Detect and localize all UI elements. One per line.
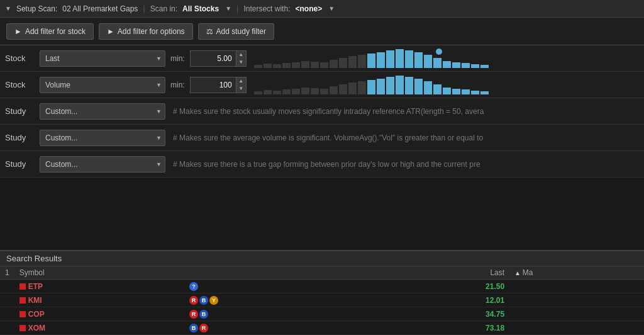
ma-cell: [509, 321, 644, 335]
spinner-down-2[interactable]: ▼: [236, 85, 246, 93]
intersect-label: Intersect with:: [243, 4, 290, 13]
symbol-text: KMI: [28, 296, 42, 305]
symbol-cell[interactable]: ETP: [14, 280, 184, 293]
symbol-text: COP: [28, 310, 45, 319]
row-num: [0, 280, 14, 293]
ma-label: Ma: [523, 268, 533, 277]
add-study-filter-button[interactable]: ⚖ Add study filter: [198, 23, 274, 40]
setup-label: Setup Scan:: [16, 4, 57, 13]
study-comment-3: # Makes sure there is a true gap forming…: [173, 160, 639, 169]
filter-row-study-2: Study Custom... # Makes sure the average…: [0, 125, 644, 151]
spinner-down-1[interactable]: ▼: [236, 59, 246, 66]
range-visual-2: [254, 74, 639, 96]
range-visual-1: [254, 47, 639, 70]
intersect-value[interactable]: <none>: [295, 4, 322, 13]
table-row[interactable]: KMIRBY12.01: [0, 293, 644, 307]
chevron-down-icon[interactable]: ▼: [5, 5, 11, 12]
spinner-1: ▲ ▼: [236, 51, 246, 66]
study-icon: ⚖: [206, 27, 213, 36]
separator2: |: [236, 4, 238, 13]
table-row[interactable]: COPRB34.75: [0, 307, 644, 321]
separator1: |: [143, 4, 145, 13]
filter-type-1: Stock: [5, 54, 40, 63]
filter-select-wrapper-2: Volume: [40, 77, 165, 93]
filter-section: Stock Last min: ▲ ▼ Stock Vol: [0, 45, 644, 178]
col-spacer: [184, 266, 373, 280]
red-badge[interactable]: R: [199, 324, 208, 332]
red-indicator: [19, 283, 26, 290]
filter-select-wrapper-1: Last: [40, 50, 165, 67]
search-results: Search Results 1 Symbol Last ▲ Ma: [0, 250, 644, 335]
filter-type-4: Study: [5, 133, 40, 142]
col-ma[interactable]: ▲ Ma: [509, 266, 644, 280]
filter-row-stock-1: Stock Last min: ▲ ▼: [0, 45, 644, 72]
filter-input-wrapper-1: ▲ ▼: [190, 50, 247, 67]
badges-cell: RB: [184, 307, 373, 321]
add-options-filter-label: Add filter for options: [118, 27, 185, 36]
blue-badge[interactable]: B: [199, 310, 208, 319]
row-num: [0, 307, 14, 321]
last-price: 12.01: [373, 293, 509, 307]
ma-cell: [509, 293, 644, 307]
add-stock-filter-button[interactable]: ► Add filter for stock: [6, 23, 94, 40]
symbol-text: XOM: [28, 324, 45, 332]
study-comment-2: # Makes sure the average volume is signi…: [173, 133, 639, 142]
search-results-title: Search Results: [6, 254, 62, 263]
results-table: 1 Symbol Last ▲ Ma ETP?21.50KMIRBY12.01C…: [0, 266, 644, 335]
add-stock-filter-label: Add filter for stock: [25, 27, 86, 36]
red-indicator: [19, 325, 26, 331]
filter-select-wrapper-5: Custom...: [40, 156, 165, 173]
red-badge[interactable]: R: [189, 296, 198, 305]
filter-icon: ►: [14, 27, 22, 36]
row-num: [0, 293, 14, 307]
filter-field-select-4[interactable]: Custom...: [40, 130, 165, 146]
filter-field-select-1[interactable]: Last: [40, 50, 165, 67]
blue-badge[interactable]: B: [199, 296, 208, 305]
filter-field-select-3[interactable]: Custom...: [40, 103, 165, 120]
last-price: 34.75: [373, 307, 509, 321]
filter-min-label-2: min:: [170, 81, 185, 89]
filter-type-3: Study: [5, 106, 40, 116]
row-num: [0, 321, 14, 335]
q-badge[interactable]: ?: [189, 282, 198, 291]
symbol-cell[interactable]: KMI: [14, 293, 184, 307]
badges-cell: ?: [184, 280, 373, 293]
filter-row-study-1: Study Custom... # Makes sure the stock u…: [0, 98, 644, 125]
filter-field-select-2[interactable]: Volume: [40, 77, 165, 93]
col-symbol[interactable]: Symbol: [14, 266, 184, 280]
badges-cell: RBY: [184, 293, 373, 307]
last-price: 73.18: [373, 321, 509, 335]
intersect-arrow[interactable]: ▼: [328, 5, 335, 12]
filter-type-5: Study: [5, 159, 40, 169]
filter-input-wrapper-2: ▲ ▼: [190, 77, 247, 93]
options-icon: ►: [107, 27, 114, 36]
scan-arrow[interactable]: ▼: [225, 5, 231, 12]
search-results-header: Search Results: [0, 251, 644, 266]
spinner-up-1[interactable]: ▲: [236, 51, 246, 59]
study-comment-1: # Makes sure the stock usually moves sig…: [173, 107, 639, 116]
red-indicator: [19, 311, 26, 317]
ma-cell: [509, 280, 644, 293]
blue-badge[interactable]: B: [189, 324, 198, 332]
add-options-filter-button[interactable]: ► Add filter for options: [99, 23, 193, 40]
symbol-text: ETP: [28, 282, 43, 291]
table-row[interactable]: XOMBR73.18: [0, 321, 644, 335]
yellow-badge[interactable]: Y: [209, 296, 218, 305]
scan-label: Scan in:: [150, 4, 177, 13]
badges-cell: BR: [184, 321, 373, 335]
filter-field-select-5[interactable]: Custom...: [40, 156, 165, 173]
spinner-up-2[interactable]: ▲: [236, 77, 246, 85]
red-badge[interactable]: R: [189, 310, 198, 319]
sort-arrow: ▲: [514, 270, 523, 276]
filter-min-label-1: min:: [170, 54, 185, 63]
filter-select-wrapper-4: Custom...: [40, 130, 165, 146]
symbol-cell[interactable]: COP: [14, 307, 184, 321]
symbol-cell[interactable]: XOM: [14, 321, 184, 335]
col-last[interactable]: Last: [373, 266, 509, 280]
button-bar: ► Add filter for stock ► Add filter for …: [0, 18, 644, 45]
table-row[interactable]: ETP?21.50: [0, 280, 644, 293]
spinner-2: ▲ ▼: [236, 77, 246, 93]
scan-value[interactable]: All Stocks: [182, 4, 219, 13]
col-num: 1: [0, 266, 14, 280]
last-label: Last: [490, 268, 504, 277]
